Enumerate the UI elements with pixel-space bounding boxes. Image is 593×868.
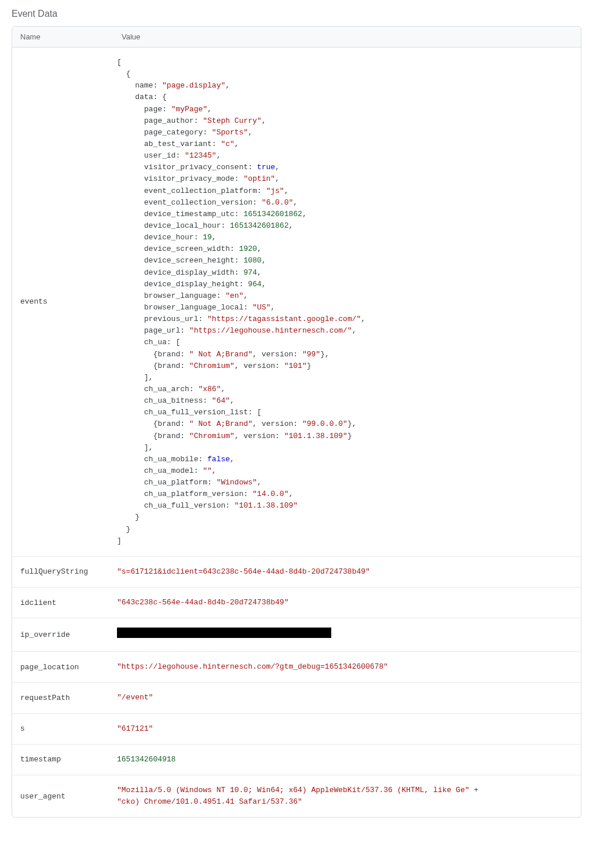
cell-value: "s=617121&idclient=643c238c-564e-44ad-8d… bbox=[114, 557, 581, 587]
cell-value: 1651342604918 bbox=[114, 745, 581, 775]
cell-name: s bbox=[12, 714, 114, 744]
column-header-name: Name bbox=[12, 27, 114, 47]
table-row: requestPath"/event" bbox=[12, 683, 581, 713]
table-row: idclient"643c238c-564e-44ad-8d4b-20d7247… bbox=[12, 588, 581, 618]
column-header-value: Value bbox=[114, 27, 581, 47]
cell-name: ip_override bbox=[12, 618, 114, 651]
event-data-table: Name Value events [ { name: "page.displa… bbox=[12, 26, 581, 818]
cell-value: "Mozilla/5.0 (Windows NT 10.0; Win64; x6… bbox=[114, 775, 581, 817]
cell-value: "617121" bbox=[114, 714, 581, 744]
table-row-events: events [ { name: "page.display", data: {… bbox=[12, 48, 581, 557]
cell-name: page_location bbox=[12, 652, 114, 682]
cell-value-events: [ { name: "page.display", data: { page: … bbox=[114, 48, 581, 556]
cell-value bbox=[114, 618, 581, 651]
table-row: page_location"https://legohouse.hinterne… bbox=[12, 652, 581, 683]
cell-value: "643c238c-564e-44ad-8d4b-20d724738b49" bbox=[114, 588, 581, 618]
cell-value: "https://legohouse.hinternesch.com/?gtm_… bbox=[114, 652, 581, 682]
events-json-payload: [ { name: "page.display", data: { page: … bbox=[117, 57, 573, 547]
cell-name: requestPath bbox=[12, 683, 114, 713]
table-row: s"617121" bbox=[12, 714, 581, 745]
cell-name: idclient bbox=[12, 588, 114, 618]
table-row: timestamp1651342604918 bbox=[12, 745, 581, 775]
table-header-row: Name Value bbox=[12, 27, 581, 48]
cell-value: "/event" bbox=[114, 683, 581, 713]
table-row: fullQueryString"s=617121&idclient=643c23… bbox=[12, 557, 581, 588]
table-row: ip_override bbox=[12, 618, 581, 652]
cell-name-events: events bbox=[12, 48, 114, 556]
table-row: user_agent"Mozilla/5.0 (Windows NT 10.0;… bbox=[12, 775, 581, 817]
section-title: Event Data bbox=[12, 9, 581, 19]
cell-name: timestamp bbox=[12, 745, 114, 775]
cell-name: fullQueryString bbox=[12, 557, 114, 587]
redacted-block bbox=[117, 628, 331, 638]
cell-name: user_agent bbox=[12, 775, 114, 817]
